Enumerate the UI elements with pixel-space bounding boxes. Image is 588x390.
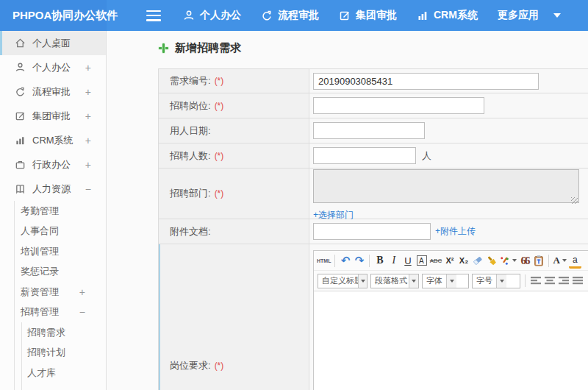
field-label-cell: 招聘部门: (*)	[159, 169, 309, 219]
underline-button[interactable]: U	[401, 253, 414, 269]
nav-crm-system[interactable]: CRM系统	[417, 9, 478, 22]
collapse-minus-icon[interactable]: −	[85, 183, 91, 195]
page-title-bar: 新增招聘需求	[159, 41, 241, 55]
align-left-icon	[530, 276, 542, 286]
sidebar-item-human-resources[interactable]: 人力资源 −	[0, 177, 106, 201]
field-label: 招聘人数:	[170, 149, 211, 163]
nav-label: CRM系统	[434, 9, 478, 22]
user-icon	[183, 10, 195, 21]
required-marker: (*)	[215, 76, 224, 86]
field-value-cell	[309, 118, 588, 143]
field-value-cell: HTML ↶ ↷ B I U A ABC X² X₂	[309, 244, 588, 390]
nav-workflow-approval[interactable]: 流程审批	[261, 9, 319, 22]
collapse-minus-icon[interactable]: −	[79, 306, 85, 318]
align-right-icon	[558, 276, 570, 286]
sidebar-item-personal-office[interactable]: 个人办公 +	[0, 55, 106, 79]
sidebar-item-label: 行政办公	[32, 158, 71, 171]
sidebar-item-group-approval[interactable]: 集团审批 +	[0, 104, 106, 128]
toolbar-separator	[525, 274, 526, 287]
book-icon	[15, 183, 26, 194]
sidebar-item-recruit-plan[interactable]: 招聘计划	[22, 343, 106, 364]
sidebar-item-workflow-approval[interactable]: 流程审批 +	[0, 79, 106, 104]
eraser-icon	[472, 255, 484, 266]
nav-more-apps[interactable]: 更多应用	[498, 9, 561, 22]
expand-plus-icon[interactable]: +	[79, 286, 85, 298]
recruit-position-input[interactable]	[313, 97, 484, 114]
chevron-down-icon	[446, 274, 456, 288]
nav-group-approval[interactable]: 集团审批	[339, 9, 397, 22]
font-size-select[interactable]: 字号	[472, 274, 520, 288]
undo-button[interactable]: ↶	[339, 253, 351, 269]
sidebar-item-attendance-management[interactable]: 考勤管理	[15, 201, 106, 221]
sidebar-item-recruit-management[interactable]: 招聘管理 −	[15, 302, 106, 323]
workflow-icon	[261, 10, 273, 21]
sidebar-item-label: 考勤管理	[21, 205, 59, 218]
expand-plus-icon[interactable]: +	[85, 110, 91, 122]
sidebar-item-label: 招聘计划	[27, 346, 65, 359]
align-left-button[interactable]	[529, 273, 542, 288]
expand-plus-icon[interactable]: +	[85, 62, 91, 74]
bold-button[interactable]: B	[373, 253, 386, 269]
page-title: 新增招聘需求	[175, 41, 241, 55]
top-navigation: 个人办公 流程审批 集团审批 CRM系统 更多应用	[183, 9, 561, 22]
resize-grip-icon[interactable]	[571, 197, 578, 204]
font-color-button[interactable]: A	[553, 253, 566, 269]
edit-icon	[339, 10, 351, 21]
font-family-select[interactable]: 字体	[422, 274, 469, 288]
required-marker: (*)	[215, 101, 224, 111]
attachment-input[interactable]	[313, 223, 431, 240]
blockquote-button[interactable]: 66	[518, 253, 531, 269]
editor-content-area[interactable]	[314, 291, 588, 390]
caret-down-icon	[562, 259, 567, 262]
upload-attachment-link[interactable]: +附件上传	[435, 225, 476, 238]
expand-plus-icon[interactable]: +	[85, 135, 91, 146]
align-justify-button[interactable]	[571, 273, 584, 288]
field-label: 招聘部门:	[170, 187, 211, 200]
user-icon	[15, 62, 26, 73]
nav-personal-office[interactable]: 个人办公	[183, 9, 241, 22]
sidebar-item-reward-punishment[interactable]: 奖惩记录	[15, 262, 106, 283]
edit-icon	[15, 110, 26, 121]
headcount-unit: 人	[422, 149, 431, 163]
sidebar-item-hr-contracts[interactable]: 人事合同	[15, 221, 106, 242]
sidebar-item-label: CRM系统	[32, 134, 74, 147]
form-row: 招聘部门: (*) +选择部门	[159, 169, 588, 219]
form-row: 岗位要求: (*) HTML ↶ ↷ B I U	[159, 244, 588, 390]
sidebar-item-personal-desktop[interactable]: 个人桌面	[0, 31, 106, 55]
strikethrough-button[interactable]: ABC	[429, 253, 442, 269]
sidebar-item-admin-office[interactable]: 行政办公 +	[0, 152, 106, 177]
expand-plus-icon[interactable]: +	[85, 86, 91, 98]
align-center-button[interactable]	[543, 273, 556, 288]
subscript-button[interactable]: X₂	[457, 253, 470, 269]
bar-chart-icon	[15, 135, 26, 146]
font-size-button[interactable]: A	[415, 253, 428, 269]
hire-date-input[interactable]	[313, 122, 425, 139]
sidebar-item-training-management[interactable]: 培训管理	[15, 241, 106, 262]
color-palette-button[interactable]	[499, 253, 517, 269]
italic-button[interactable]: I	[387, 253, 400, 269]
align-right-button[interactable]	[557, 273, 570, 288]
headcount-input[interactable]	[313, 147, 416, 164]
highlight-color-button[interactable]: a	[569, 253, 581, 269]
sidebar-item-talent-pool[interactable]: 人才库	[22, 363, 106, 383]
superscript-button[interactable]: X²	[443, 253, 456, 269]
app-header: PHPOA协同办公软件 个人办公 流程审批 集团审批	[0, 0, 588, 31]
html-source-button[interactable]: HTML	[317, 253, 331, 269]
format-brush-button[interactable]	[485, 253, 498, 269]
redo-button[interactable]: ↷	[353, 253, 365, 269]
custom-heading-select[interactable]: 自定义标题	[318, 274, 368, 288]
field-label-cell: 招聘人数: (*)	[159, 143, 309, 168]
expand-plus-icon[interactable]: +	[85, 159, 91, 171]
menu-toggle-icon[interactable]	[146, 10, 161, 21]
recruit-department-textarea[interactable]	[313, 169, 579, 203]
demand-number-input[interactable]	[313, 73, 539, 90]
sidebar-item-salary-management[interactable]: 薪资管理 +	[15, 282, 106, 302]
sidebar-item-recruit-demand[interactable]: 招聘需求	[22, 322, 106, 343]
sidebar-item-crm-system[interactable]: CRM系统 +	[0, 128, 106, 152]
eraser-button[interactable]	[471, 253, 484, 269]
sidebar-item-label: 人事合同	[21, 224, 59, 238]
sidebar-item-label: 集团审批	[32, 110, 71, 123]
field-label: 需求编号:	[170, 74, 211, 88]
paste-button[interactable]	[532, 253, 545, 269]
paragraph-format-select[interactable]: 段落格式	[370, 274, 419, 288]
